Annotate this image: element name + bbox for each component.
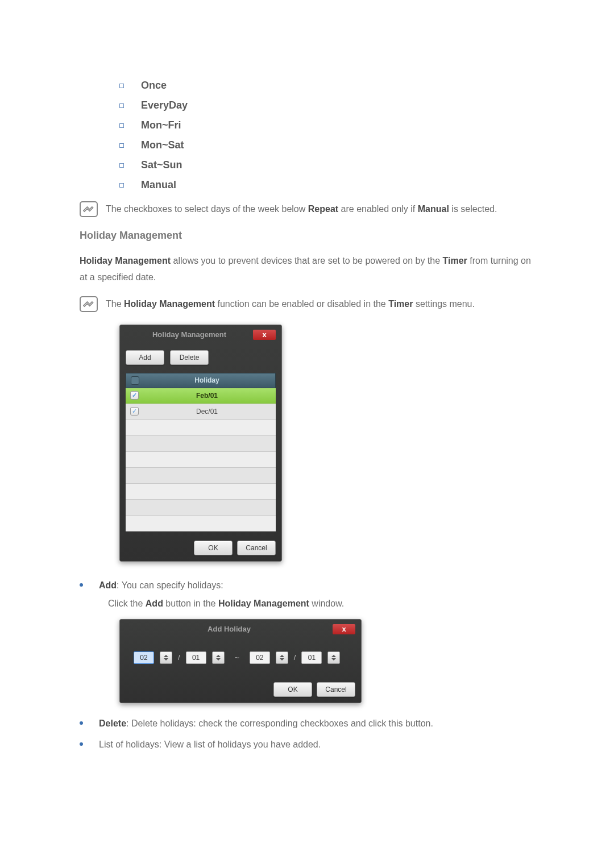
add-holiday-dialog: Add Holiday x 02 / 01 ~ 02 / 01 OK Cance… bbox=[119, 619, 362, 703]
option-label: EveryDay bbox=[141, 99, 188, 111]
dialog-toolbar: Add Delete bbox=[120, 344, 281, 371]
body-paragraph: Holiday Management allows you to prevent… bbox=[80, 253, 534, 286]
square-bullet-icon bbox=[119, 143, 124, 148]
text: button in the bbox=[163, 599, 218, 608]
close-button[interactable]: x bbox=[253, 330, 276, 340]
ok-button[interactable]: OK bbox=[273, 682, 312, 697]
header-checkbox-cell bbox=[131, 376, 143, 385]
square-bullet-icon bbox=[119, 103, 124, 108]
table-row-empty bbox=[126, 500, 276, 516]
note-row: The checkboxes to select days of the wee… bbox=[80, 201, 534, 217]
spinner-buttons[interactable] bbox=[276, 651, 288, 664]
note-row: The Holiday Management function can be e… bbox=[80, 296, 534, 312]
bullet-text: List of holidays: View a list of holiday… bbox=[99, 737, 534, 752]
table-row-empty bbox=[126, 436, 276, 452]
text-bold: Holiday Management bbox=[124, 299, 215, 309]
delete-button[interactable]: Delete bbox=[170, 350, 209, 365]
text: Click the bbox=[108, 599, 146, 608]
list-item: Sat~Sun bbox=[119, 159, 534, 171]
option-label: Sat~Sun bbox=[141, 159, 182, 171]
text: allows you to prevent devices that are s… bbox=[171, 256, 443, 265]
bullet-dot-icon bbox=[80, 583, 83, 587]
text: is selected. bbox=[449, 204, 497, 214]
dialog-titlebar: Add Holiday x bbox=[120, 620, 361, 639]
spinner-buttons[interactable] bbox=[327, 651, 340, 664]
text: The checkboxes to select days of the wee… bbox=[106, 204, 308, 214]
square-bullet-icon bbox=[119, 163, 124, 168]
dialog-title: Add Holiday bbox=[126, 625, 333, 633]
text: The bbox=[106, 299, 124, 309]
day-from-input[interactable]: 01 bbox=[186, 651, 206, 664]
dialog-footer: OK Cancel bbox=[120, 676, 361, 703]
bullet-dot-icon bbox=[80, 742, 83, 746]
checkbox[interactable]: ✓ bbox=[130, 391, 139, 400]
option-label: Mon~Sat bbox=[141, 139, 184, 151]
bullet-list: Delete: Delete holidays: check the corre… bbox=[80, 716, 534, 752]
add-holiday-body: 02 / 01 ~ 02 / 01 bbox=[120, 639, 361, 676]
table-row-empty bbox=[126, 452, 276, 468]
add-button[interactable]: Add bbox=[126, 350, 164, 365]
text: are enabled only if bbox=[338, 204, 418, 214]
month-to-input[interactable]: 02 bbox=[250, 651, 270, 664]
table-row[interactable]: ✓ Dec/01 bbox=[126, 404, 276, 420]
table-header: Holiday bbox=[126, 373, 276, 388]
note-text: The checkboxes to select days of the wee… bbox=[106, 204, 497, 214]
holiday-table: Holiday ✓ Feb/01 ✓ Dec/01 bbox=[120, 371, 281, 535]
dialog-title: Holiday Management bbox=[126, 330, 253, 339]
month-from-input[interactable]: 02 bbox=[134, 651, 154, 664]
text: : Delete holidays: check the correspondi… bbox=[126, 719, 433, 728]
option-label: Manual bbox=[141, 179, 176, 191]
checkbox[interactable] bbox=[131, 376, 139, 385]
day-to-input[interactable]: 01 bbox=[301, 651, 322, 664]
note-text: The Holiday Management function can be e… bbox=[106, 299, 475, 309]
ok-button[interactable]: OK bbox=[194, 541, 233, 555]
text-bold: Add bbox=[99, 580, 117, 590]
table-row-empty bbox=[126, 484, 276, 500]
row-checkbox-cell: ✓ bbox=[130, 407, 143, 416]
slash-separator: / bbox=[294, 653, 296, 662]
checkbox[interactable]: ✓ bbox=[130, 407, 139, 416]
text-bold: Repeat bbox=[308, 204, 338, 214]
section-heading: Holiday Management bbox=[80, 230, 534, 242]
table-row-empty bbox=[126, 516, 276, 531]
text-bold: Holiday Management bbox=[80, 256, 171, 265]
bullet-text: Add: You can specify holidays: bbox=[99, 578, 534, 593]
text: settings menu. bbox=[413, 299, 475, 309]
list-item: Once bbox=[119, 80, 534, 92]
table-row-empty bbox=[126, 468, 276, 484]
list-item: EveryDay bbox=[119, 99, 534, 111]
cancel-button[interactable]: Cancel bbox=[237, 541, 276, 555]
dialog-footer: OK Cancel bbox=[120, 535, 281, 561]
list-item: Mon~Sat bbox=[119, 139, 534, 151]
holiday-management-dialog: Holiday Management x Add Delete Holiday … bbox=[119, 325, 282, 562]
text: : You can specify holidays: bbox=[117, 580, 223, 590]
text-bold: Add bbox=[146, 599, 163, 608]
spinner-buttons[interactable] bbox=[212, 651, 225, 664]
holiday-value: Feb/01 bbox=[143, 392, 271, 400]
bullet-dot-icon bbox=[80, 721, 83, 725]
table-row[interactable]: ✓ Feb/01 bbox=[126, 388, 276, 404]
text-bold: Delete bbox=[99, 719, 126, 728]
note-icon bbox=[80, 201, 98, 217]
bullet-text: Delete: Delete holidays: check the corre… bbox=[99, 716, 534, 731]
slash-separator: / bbox=[178, 653, 180, 662]
holiday-value: Dec/01 bbox=[143, 408, 271, 416]
square-bullet-icon bbox=[119, 84, 124, 88]
bullet-item-list: List of holidays: View a list of holiday… bbox=[80, 737, 534, 752]
table-row-empty bbox=[126, 420, 276, 436]
option-label: Mon~Fri bbox=[141, 119, 181, 131]
dialog-titlebar: Holiday Management x bbox=[120, 325, 281, 344]
cancel-button[interactable]: Cancel bbox=[317, 682, 355, 697]
spinner-buttons[interactable] bbox=[160, 651, 172, 664]
text-bold: Manual bbox=[418, 204, 449, 214]
tilde-separator: ~ bbox=[235, 653, 239, 662]
sub-paragraph: Click the Add button in the Holiday Mana… bbox=[108, 599, 534, 609]
text-bold: Timer bbox=[388, 299, 413, 309]
square-bullet-icon bbox=[119, 183, 124, 188]
row-checkbox-cell: ✓ bbox=[130, 391, 143, 400]
close-button[interactable]: x bbox=[333, 624, 355, 634]
column-header: Holiday bbox=[143, 376, 271, 385]
text-bold: Holiday Management bbox=[218, 599, 309, 608]
square-bullet-icon bbox=[119, 123, 124, 128]
option-label: Once bbox=[141, 80, 167, 92]
